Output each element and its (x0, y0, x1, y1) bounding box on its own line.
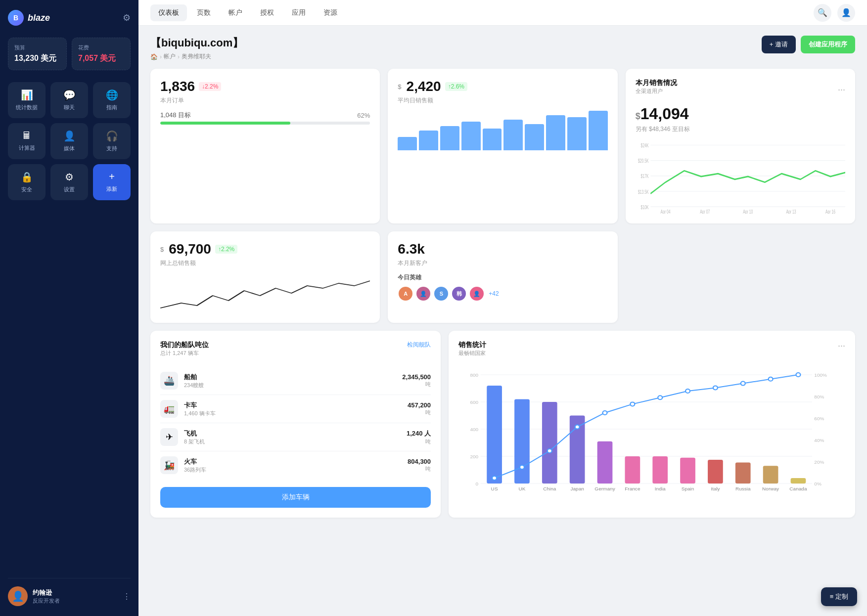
expense-card: 花费 7,057 美元 (72, 38, 131, 70)
line-dot-3 (575, 425, 580, 429)
svg-text:80%: 80% (814, 395, 824, 399)
chat-icon: 💬 (63, 89, 76, 101)
stats-header: 销售统计 最畅销国家 ··· (458, 341, 845, 363)
calculator-label: 计算器 (19, 144, 35, 152)
fleet-title-section: 我们的船队吨位 总计 1,247 辆车 (160, 341, 209, 365)
avg-sales-change: ↑2.6% (445, 82, 467, 91)
customize-button[interactable]: ≡ 定制 (821, 587, 857, 606)
page-title-section: 【biqubiqu.com】 🏠 › 帐户 › 奥弗维耶夫 (150, 36, 243, 61)
invite-button[interactable]: + 邀请 (762, 36, 796, 53)
orders-card: 1,836 ↓2.2% 本月订单 1,048 目标 62% (150, 69, 380, 223)
fleet-items: 🚢 船舶 234艘艘 2,345,500 吨 🚛 卡车 1,460 辆卡车 45… (160, 367, 431, 479)
avg-sales-card: $ 2,420 ↑2.6% 平均日销售额 (388, 69, 617, 223)
create-app-button[interactable]: 创建应用程序 (801, 36, 855, 53)
logo-text: blaze (28, 13, 50, 23)
support-label: 支持 (106, 145, 117, 152)
sidebar-item-settings[interactable]: ⚙ 设置 (50, 164, 88, 200)
sidebar-item-media[interactable]: 👤 媒体 (50, 123, 88, 159)
fleet-item-unit: 吨 (408, 465, 431, 473)
user-details: 约翰逊 反应开发者 (33, 588, 60, 605)
search-icon[interactable]: 🔍 (814, 4, 831, 22)
svg-text:$13.5K: $13.5K (638, 189, 649, 195)
expense-value: 7,057 美元 (78, 53, 124, 64)
avg-sales-label: 平均日销售额 (398, 96, 607, 105)
logo: B blaze (8, 10, 50, 26)
svg-text:China: China (543, 486, 556, 491)
media-label: 媒体 (64, 145, 75, 152)
fleet-item-detail: 8 架飞机 (184, 438, 401, 445)
metrics-row-1: 1,836 ↓2.2% 本月订单 1,048 目标 62% $ (150, 69, 855, 223)
svg-text:600: 600 (470, 400, 479, 405)
tab-apps[interactable]: 应用 (284, 4, 314, 21)
breadcrumb-current: 奥弗维耶夫 (182, 52, 211, 61)
orders-value: 1,836 (160, 79, 195, 94)
tab-auth[interactable]: 授权 (252, 4, 282, 21)
svg-text:India: India (655, 486, 666, 491)
user-menu-icon[interactable]: ⋮ (123, 592, 131, 601)
breadcrumb-accounts: 帐户 (164, 52, 176, 61)
sidebar-item-support[interactable]: 🎧 支持 (93, 123, 131, 159)
more-icon[interactable]: ··· (838, 85, 845, 95)
total-online-value: 69,700 (169, 241, 211, 257)
avg-sales-value: 2,420 (407, 79, 441, 94)
svg-text:Apr 10: Apr 10 (743, 209, 753, 214)
user-account-icon[interactable]: 👤 (837, 4, 855, 22)
fleet-item-info: 飞机 8 架飞机 (184, 429, 401, 445)
svg-text:20%: 20% (814, 460, 824, 465)
mini-bar-item (419, 131, 438, 150)
fleet-link[interactable]: 检阅舰队 (407, 341, 431, 349)
fleet-item-detail: 1,460 辆卡车 (184, 410, 402, 417)
mini-bar-item (546, 115, 565, 150)
fleet-item-num: 1,240 人 (407, 429, 431, 438)
main-content: 仪表板页数帐户授权应用资源 🔍 👤 【biqubiqu.com】 🏠 › 帐户 … (138, 0, 867, 616)
sales-chart-svg: 8006004002000100%80%60%40%20%0%USUKChina… (458, 365, 845, 503)
stats-more-icon[interactable]: ··· (838, 341, 845, 351)
svg-text:$24K: $24K (640, 143, 648, 149)
avatar-5: 👤 (469, 286, 485, 302)
tab-resources[interactable]: 资源 (316, 4, 345, 21)
svg-text:Italy: Italy (711, 486, 720, 491)
sidebar-item-analytics[interactable]: 📊 统计数据 (8, 82, 46, 118)
monthly-sales-card: 本月销售情况 全渠道用户 ··· $14,094 另有 $48,346 至目标 (626, 69, 855, 223)
analytics-icon: 📊 (21, 89, 33, 101)
add-icon: + (109, 171, 115, 182)
mini-bar-item (503, 120, 523, 150)
monthly-sales-title: 本月销售情况 (636, 79, 677, 88)
sales-amount-value: 14,094 (640, 105, 689, 123)
fleet-item-info: 船舶 234艘艘 (184, 373, 396, 389)
monthly-sales-header: 本月销售情况 全渠道用户 (636, 79, 677, 101)
total-online-card: $ 69,700 ↑2.2% 网上总销售额 (150, 231, 380, 323)
sales-stats-card: 销售统计 最畅销国家 ··· 8006004002000100%80%60%40… (449, 331, 855, 518)
sidebar-item-add[interactable]: + 添新 (93, 164, 131, 200)
line-dot-11 (796, 373, 801, 377)
chat-label: 聊天 (64, 104, 75, 111)
fleet-item-value: 804,300 吨 (408, 458, 431, 473)
mini-bar-item (589, 111, 608, 150)
support-icon: 🎧 (106, 130, 118, 142)
add-vehicle-button[interactable]: 添加车辆 (160, 487, 431, 508)
sales-bar-chart: 8006004002000100%80%60%40%20%0%USUKChina… (458, 365, 845, 503)
settings-icon[interactable]: ⚙ (123, 12, 131, 23)
tab-dashboard[interactable]: 仪表板 (150, 4, 187, 21)
line-dot-0 (492, 476, 497, 480)
hero-extra: +42 (489, 290, 499, 297)
user-info: 👤 约翰逊 反应开发者 (8, 586, 60, 606)
sidebar-item-chat[interactable]: 💬 聊天 (50, 82, 88, 118)
bar-Norway (763, 466, 778, 484)
sales-sub-text: 另有 $48,346 至目标 (636, 125, 845, 133)
media-icon: 👤 (63, 130, 76, 142)
sidebar-item-security[interactable]: 🔒 安全 (8, 164, 46, 200)
fleet-item-icon: 🚂 (160, 456, 178, 474)
fleet-item-value: 457,200 吨 (408, 401, 431, 416)
fleet-item-name: 飞机 (184, 429, 401, 438)
sidebar-item-calculator[interactable]: 🖩 计算器 (8, 123, 46, 159)
tab-accounts[interactable]: 帐户 (221, 4, 250, 21)
svg-text:800: 800 (470, 373, 479, 378)
monthly-sales-amount: $14,094 (636, 105, 845, 123)
new-customers-value: 6.3k (398, 241, 425, 257)
settings-label: 设置 (64, 186, 75, 193)
mini-bar-item (440, 126, 459, 150)
sidebar-item-guide[interactable]: 🌐 指南 (93, 82, 131, 118)
fleet-item-detail: 36路列车 (184, 466, 402, 474)
tab-pages[interactable]: 页数 (189, 4, 219, 21)
